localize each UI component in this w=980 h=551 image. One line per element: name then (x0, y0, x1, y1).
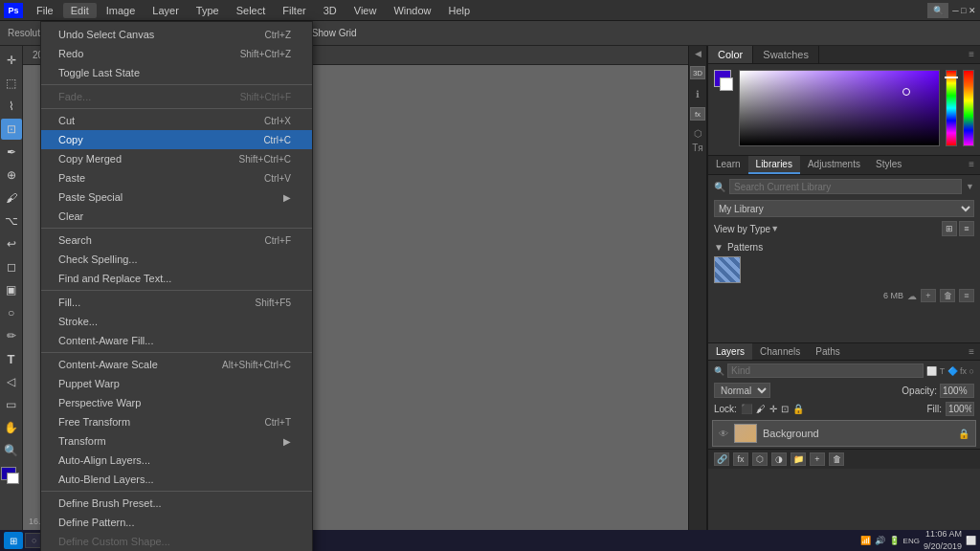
search-dropdown-icon[interactable]: ▼ (966, 182, 974, 191)
menu-item-puppet-warp[interactable]: Puppet Warp (41, 374, 312, 393)
menu-window[interactable]: Window (386, 3, 438, 18)
menu-item-clear[interactable]: Clear (41, 207, 312, 226)
type-tool[interactable]: T (1, 348, 22, 369)
mask-button[interactable]: ⬡ (694, 128, 702, 139)
adjustments-tab[interactable]: Adjustments (800, 156, 868, 174)
menu-item-define-brush[interactable]: Define Brush Preset... (41, 494, 312, 513)
library-select[interactable]: My Library (714, 200, 974, 217)
lock-image-btn[interactable]: 🖌 (756, 404, 766, 414)
menu-item-content-aware-scale[interactable]: Content-Aware Scale Alt+Shift+Ctrl+C (41, 355, 312, 374)
link-layers-button[interactable]: 🔗 (714, 452, 729, 466)
lock-all-btn[interactable]: 🔒 (792, 404, 804, 414)
fill-input[interactable] (946, 402, 974, 416)
add-style-button[interactable]: fx (733, 452, 748, 466)
menu-item-paste-special[interactable]: Paste Special ▶ (41, 187, 312, 207)
adjustment-layer-button[interactable]: ◑ (771, 452, 787, 466)
add-mask-button[interactable]: ⬡ (752, 452, 768, 466)
libraries-panel-menu[interactable]: ≡ (963, 156, 980, 174)
opacity-strip[interactable] (963, 70, 974, 146)
eraser-tool[interactable]: ◻ (1, 256, 22, 277)
delete-layer-button[interactable]: 🗑 (829, 452, 844, 466)
new-layer-button[interactable]: + (810, 452, 825, 466)
spot-heal-tool[interactable]: ⊕ (1, 165, 22, 186)
lock-artboard-btn[interactable]: ⊡ (781, 404, 789, 414)
notification-icon[interactable]: ⬜ (966, 536, 976, 545)
menu-item-copy-merged[interactable]: Copy Merged Shift+Ctrl+C (41, 149, 312, 168)
battery-icon[interactable]: 🔋 (889, 536, 900, 545)
network-icon[interactable]: 📶 (860, 536, 871, 545)
zoom-tool[interactable]: 🔍 (1, 440, 22, 461)
menu-edit[interactable]: Edit (63, 3, 97, 18)
menu-item-cut[interactable]: Cut Ctrl+X (41, 111, 312, 130)
path-tool[interactable]: ◁ (1, 371, 22, 392)
blend-mode-select[interactable]: Normal (714, 383, 770, 398)
menu-type[interactable]: Type (189, 3, 227, 18)
hand-tool[interactable]: ✋ (1, 417, 22, 438)
move-tool[interactable]: ✛ (1, 50, 22, 71)
menu-item-stroke[interactable]: Stroke... (41, 312, 312, 331)
fx-button[interactable]: fx (690, 107, 705, 121)
shape-tool[interactable]: ▭ (1, 394, 22, 415)
color-panel-menu[interactable]: ≡ (963, 46, 980, 63)
cloud-icon[interactable]: ☁ (907, 291, 917, 301)
menu-item-paste[interactable]: Paste Ctrl+V (41, 168, 312, 187)
menu-item-auto-align[interactable]: Auto-Align Layers... (41, 451, 312, 470)
dodge-tool[interactable]: ○ (1, 302, 22, 323)
menu-item-auto-blend[interactable]: Auto-Blend Layers... (41, 470, 312, 489)
history-tool[interactable]: ↩ (1, 233, 22, 254)
menu-3d[interactable]: 3D (316, 3, 345, 18)
paths-tab[interactable]: Paths (808, 343, 848, 360)
color-tab[interactable]: Color (708, 46, 753, 63)
3d-button[interactable]: 3D (690, 66, 705, 79)
lock-transparent-btn[interactable]: ⬛ (741, 404, 752, 414)
libraries-tab[interactable]: Libraries (748, 156, 800, 174)
search-icon[interactable]: 🔍 (927, 3, 948, 18)
menu-item-content-aware-fill[interactable]: Content-Aware Fill... (41, 331, 312, 350)
menu-select[interactable]: Select (229, 3, 274, 18)
mini-toolbar-arrow[interactable]: ◀ (693, 49, 702, 58)
menu-item-fill[interactable]: Fill... Shift+F5 (41, 293, 312, 312)
swatches-tab[interactable]: Swatches (753, 46, 819, 63)
clone-tool[interactable]: ⌥ (1, 210, 22, 231)
pen-tool[interactable]: ✏ (1, 325, 22, 346)
library-search-input[interactable] (729, 179, 962, 194)
menu-item-find-replace[interactable]: Find and Replace Text... (41, 269, 312, 288)
menu-item-fade[interactable]: Fade... Shift+Ctrl+F (41, 87, 312, 106)
layers-tab[interactable]: Layers (708, 343, 752, 360)
menu-image[interactable]: Image (99, 3, 144, 18)
info-button[interactable]: ℹ (696, 89, 700, 99)
menu-file[interactable]: File (29, 3, 61, 18)
add-pattern-button[interactable]: + (921, 289, 936, 302)
select-tool[interactable]: ⬚ (1, 73, 22, 94)
fg-bg-swatch[interactable] (714, 70, 733, 146)
menu-view[interactable]: View (346, 3, 385, 18)
volume-icon[interactable]: 🔊 (875, 536, 885, 545)
menu-item-free-transform[interactable]: Free Transform Ctrl+T (41, 412, 312, 431)
learn-tab[interactable]: Learn (708, 156, 748, 174)
menu-item-define-shape[interactable]: Define Custom Shape... (41, 532, 312, 551)
channels-tab[interactable]: Channels (752, 343, 808, 360)
layers-kind-filter[interactable] (727, 364, 924, 378)
foreground-color-swatch[interactable] (1, 467, 22, 488)
pattern-swatch[interactable] (714, 256, 741, 283)
crop-tool[interactable]: ⊡ (1, 119, 22, 140)
menu-item-define-pattern[interactable]: Define Pattern... (41, 513, 312, 532)
menu-item-copy[interactable]: Copy Ctrl+C (41, 130, 312, 149)
menu-item-search[interactable]: Search Ctrl+F (41, 231, 312, 250)
color-gradient[interactable] (739, 70, 940, 146)
view-by-type-dropdown[interactable]: View by Type (714, 224, 770, 234)
hue-strip[interactable] (946, 70, 957, 146)
patterns-expand[interactable]: ▼ (714, 242, 724, 253)
grid-view-button[interactable]: ⊞ (942, 221, 957, 236)
brush-tool[interactable]: 🖌 (1, 187, 22, 209)
more-pattern-button[interactable]: ≡ (959, 289, 974, 302)
menu-help[interactable]: Help (441, 3, 479, 18)
start-button[interactable]: ⊞ (4, 532, 23, 549)
menu-filter[interactable]: Filter (275, 3, 313, 18)
opacity-input[interactable] (940, 384, 974, 398)
layer-visibility-icon[interactable]: 👁 (719, 429, 728, 439)
menu-item-perspective-warp[interactable]: Perspective Warp (41, 393, 312, 412)
window-controls[interactable]: ─ □ ✕ (952, 6, 976, 15)
type-panel-button[interactable]: Tя (692, 143, 703, 153)
gradient-tool[interactable]: ▣ (1, 279, 22, 300)
